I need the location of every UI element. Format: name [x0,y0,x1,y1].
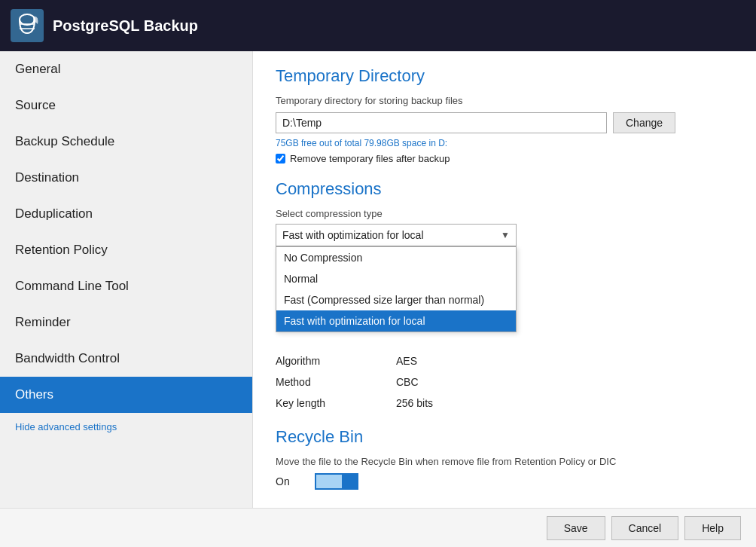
app-logo [11,9,44,42]
compression-selected-value: Fast with optimization for local [276,225,495,246]
toggle-switch[interactable] [315,473,358,490]
recycle-bin-description: Move the file to the Recycle Bin when re… [276,456,733,467]
compression-select-wrapper: Fast with optimization for local ▼ No Co… [276,224,517,246]
space-info: 75GB free out of total 79.98GB space in … [276,138,733,148]
compressions-title: Compressions [276,179,733,199]
key-length-value: 256 bits [396,394,433,412]
toggle-on-area [316,475,342,488]
option-fast[interactable]: Fast (Compressed size larger than normal… [276,289,516,310]
key-length-row: Key length 256 bits [276,394,733,412]
remove-temp-checkbox[interactable] [276,154,285,163]
algorithm-row: Algorithm AES [276,352,733,370]
remove-temp-label: Remove temporary files after backup [290,153,450,164]
compressions-section: Compressions Select compression type Fas… [276,179,733,412]
app-header: PostgreSQL Backup [0,0,756,51]
toggle-label: On [276,475,306,487]
temp-dir-title: Temporary Directory [276,66,733,86]
algorithm-value: AES [396,352,417,370]
cancel-button[interactable]: Cancel [611,516,679,540]
toggle-thumb [342,475,357,488]
temp-dir-section: Temporary Directory Temporary directory … [276,66,733,164]
sidebar-item-others[interactable]: Others [0,377,252,413]
save-button[interactable]: Save [547,516,605,540]
sidebar-item-reminder[interactable]: Reminder [0,304,252,341]
footer: Save Cancel Help [0,508,756,547]
select-compression-label: Select compression type [276,208,733,219]
method-row: Method CBC [276,373,733,391]
sidebar-item-bandwidth-control[interactable]: Bandwidth Control [0,341,252,377]
method-label: Method [276,373,396,391]
method-value: CBC [396,373,419,391]
sidebar-item-general[interactable]: General [0,51,252,87]
option-no-compression[interactable]: No Compression [276,247,516,268]
option-fast-optimized[interactable]: Fast with optimization for local [276,310,516,332]
option-normal[interactable]: Normal [276,268,516,289]
sidebar-item-command-line-tool[interactable]: Command Line Tool [0,268,252,304]
compression-select-display[interactable]: Fast with optimization for local ▼ [276,224,517,246]
app-title: PostgreSQL Backup [53,17,198,35]
sidebar-item-source[interactable]: Source [0,87,252,124]
temp-dir-description: Temporary directory for storing backup f… [276,95,733,106]
main-content: Temporary Directory Temporary directory … [253,51,756,508]
algorithm-label: Algorithm [276,352,396,370]
recycle-bin-section: Recycle Bin Move the file to the Recycle… [276,427,733,490]
sidebar-footer: Hide advanced settings [0,413,252,440]
sidebar-item-deduplication[interactable]: Deduplication [0,196,252,232]
change-button[interactable]: Change [613,112,675,133]
sidebar-item-destination[interactable]: Destination [0,160,252,196]
temp-dir-input[interactable] [276,112,607,133]
help-button[interactable]: Help [684,516,741,540]
sidebar-item-retention-policy[interactable]: Retention Policy [0,232,252,268]
remove-temp-checkbox-row: Remove temporary files after backup [276,153,733,164]
key-length-label: Key length [276,394,396,412]
sidebar: General Source Backup Schedule Destinati… [0,51,253,508]
select-dropdown-icon: ▼ [495,230,516,240]
compression-dropdown: No Compression Normal Fast (Compressed s… [276,246,517,332]
hide-advanced-settings-link[interactable]: Hide advanced settings [15,421,117,432]
recycle-bin-title: Recycle Bin [276,427,733,447]
toggle-row: On [276,473,733,490]
encryption-section: Algorithm AES Method CBC Key length 256 … [276,352,733,412]
sidebar-item-backup-schedule[interactable]: Backup Schedule [0,124,252,160]
temp-dir-row: Change [276,112,733,133]
